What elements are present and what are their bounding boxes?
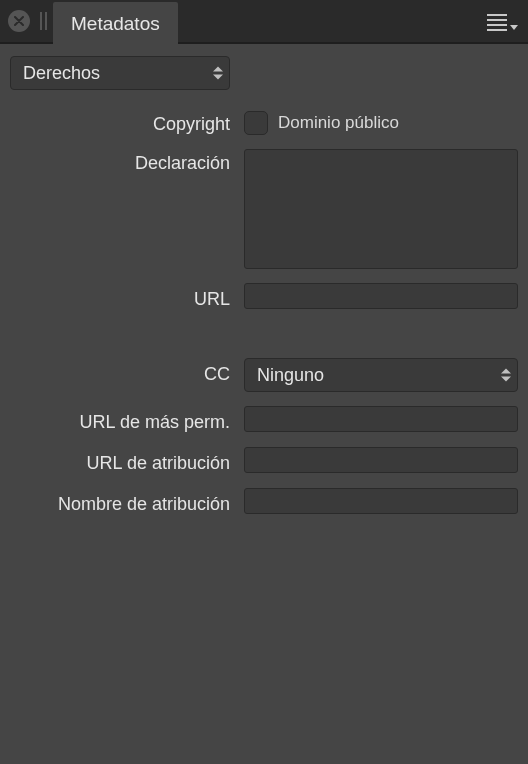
tab-label: Metadatos: [71, 13, 160, 35]
label-declaration: Declaración: [10, 149, 230, 174]
drag-handle[interactable]: [38, 0, 53, 42]
close-icon: [8, 10, 30, 32]
chevron-down-icon: [510, 25, 518, 30]
titlebar: Metadatos: [0, 0, 528, 44]
input-url[interactable]: [244, 283, 518, 309]
panel-menu-button[interactable]: [483, 10, 522, 35]
checkbox-public-domain-label: Dominio público: [278, 113, 399, 133]
stepper-icon: [501, 369, 511, 382]
label-attrib-url: URL de atribución: [10, 447, 230, 474]
label-url: URL: [10, 283, 230, 310]
label-copyright: Copyright: [10, 110, 230, 135]
stepper-icon: [213, 67, 223, 80]
label-more-perm-url: URL de más perm.: [10, 406, 230, 433]
label-attrib-name: Nombre de atribución: [10, 488, 230, 515]
input-attrib-url[interactable]: [244, 447, 518, 473]
input-more-perm-url[interactable]: [244, 406, 518, 432]
input-attrib-name[interactable]: [244, 488, 518, 514]
grip-icon: [40, 12, 47, 30]
tab-metadatos[interactable]: Metadatos: [53, 2, 178, 46]
select-cc[interactable]: Ninguno: [244, 358, 518, 392]
input-declaration[interactable]: [244, 149, 518, 269]
spacer: [10, 324, 518, 344]
section-select-value: Derechos: [23, 63, 100, 84]
checkbox-public-domain[interactable]: [244, 111, 268, 135]
close-button[interactable]: [0, 0, 38, 42]
label-cc: CC: [10, 358, 230, 385]
section-select[interactable]: Derechos: [10, 56, 230, 90]
select-cc-value: Ninguno: [257, 365, 324, 386]
menu-icon: [487, 14, 507, 31]
panel-body: Derechos Copyright Dominio público Decla…: [0, 44, 528, 764]
